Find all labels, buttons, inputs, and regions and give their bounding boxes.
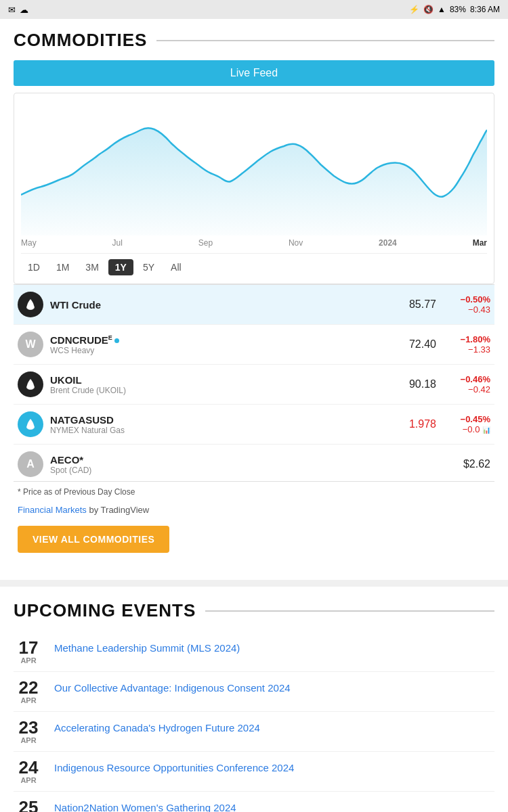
wti-icon — [18, 292, 43, 317]
event-date-4: 24 APR — [14, 759, 43, 784]
natgas-change: −0.45% −0.0 📊 — [443, 414, 490, 434]
wti-info: WTI Crude — [50, 299, 389, 311]
bluetooth-icon: ⚡ — [409, 5, 419, 14]
natgas-change-pct: −0.45% — [443, 414, 490, 424]
event-date-1: 17 APR — [14, 639, 43, 664]
event-row-4[interactable]: 24 APR Indigenous Resource Opportunities… — [14, 752, 494, 792]
event-title-2[interactable]: Our Collective Advantage: Indigenous Con… — [54, 679, 291, 695]
commodity-row-wti[interactable]: WTI Crude 85.77 −0.50% −0.43 — [14, 285, 494, 325]
natgas-name: NATGASUSD — [50, 414, 389, 426]
battery-level: 83% — [450, 5, 466, 14]
event-month-3: APR — [14, 736, 43, 744]
commodity-row-cdncrude[interactable]: W CDNCRUDEE WCS Heavy 72.40 −1.80% −1.33 — [14, 325, 494, 365]
commodity-list: WTI Crude 85.77 −0.50% −0.43 W CDNCRUDEE… — [14, 284, 494, 482]
time-display: 8:36 AM — [470, 5, 500, 14]
events-list: 17 APR Methane Leadership Summit (MLS 20… — [14, 632, 494, 812]
event-day-4: 24 — [14, 759, 43, 776]
events-header-divider — [205, 610, 494, 612]
live-feed-button[interactable]: Live Feed — [14, 60, 494, 86]
wti-change-pct: −0.50% — [443, 294, 490, 304]
chart-label-mar: Mar — [473, 238, 487, 248]
time-btn-5y[interactable]: 5Y — [136, 259, 161, 275]
cdncrude-price: 72.40 — [389, 338, 436, 351]
time-btn-all[interactable]: All — [164, 259, 188, 275]
header-divider — [156, 40, 494, 41]
commodities-title: COMMODITIES — [14, 30, 147, 51]
natgas-change-abs: −0.0 📊 — [443, 424, 490, 434]
cdncrude-icon: W — [18, 332, 43, 357]
commodities-section: COMMODITIES Live Feed May Jul — [0, 19, 508, 580]
event-date-5: 25 APR — [14, 798, 43, 812]
ukoil-info: UKOIL Brent Crude (UKOIL) — [50, 374, 389, 395]
view-all-commodities-button[interactable]: VIEW ALL COMMODITIES — [18, 526, 169, 553]
event-row-1[interactable]: 17 APR Methane Leadership Summit (MLS 20… — [14, 632, 494, 672]
chart-label-jul: Jul — [112, 238, 123, 248]
ukoil-name: UKOIL — [50, 374, 389, 386]
event-row-3[interactable]: 23 APR Accelerating Canada's Hydrogen Fu… — [14, 712, 494, 752]
aeco-sub: Spot (CAD) — [50, 466, 463, 475]
chart-label-may: May — [21, 238, 37, 248]
event-row-2[interactable]: 22 APR Our Collective Advantage: Indigen… — [14, 672, 494, 712]
time-btn-3m[interactable]: 3M — [79, 259, 105, 275]
ukoil-icon — [18, 371, 43, 397]
wti-change-abs: −0.43 — [443, 304, 490, 315]
event-title-5[interactable]: Nation2Nation Women's Gathering 2024 — [54, 798, 236, 812]
tv-watermark: 📊 — [482, 426, 490, 434]
time-btn-1d[interactable]: 1D — [21, 259, 47, 275]
time-range-selector: 1D 1M 3M 1Y 5Y All — [21, 253, 487, 284]
cdncrude-change-abs: −1.33 — [443, 344, 490, 355]
financial-markets-link[interactable]: Financial Markets — [18, 505, 87, 515]
wti-change: −0.50% −0.43 — [443, 294, 490, 315]
cdncrude-info: CDNCRUDEE WCS Heavy — [50, 334, 389, 355]
price-chart-container: May Jul Sep Nov 2024 Mar 1D 1M 3M 1Y 5Y … — [14, 93, 494, 284]
natgas-sub: NYMEX Natural Gas — [50, 426, 389, 435]
upcoming-events-header: UPCOMING EVENTS — [14, 600, 494, 621]
event-row-5[interactable]: 25 APR Nation2Nation Women's Gathering 2… — [14, 792, 494, 812]
cdncrude-sub: WCS Heavy — [50, 346, 389, 355]
wti-price: 85.77 — [389, 298, 436, 311]
mail-icon: ✉ — [8, 5, 16, 15]
chart-x-labels: May Jul Sep Nov 2024 Mar — [21, 235, 487, 253]
event-month-1: APR — [14, 656, 43, 664]
commodity-row-natgas[interactable]: NATGASUSD NYMEX Natural Gas 1.978 −0.45%… — [14, 405, 494, 445]
upcoming-events-title: UPCOMING EVENTS — [14, 600, 196, 621]
aeco-price: $2.62 — [463, 458, 490, 470]
aeco-info: AECO* Spot (CAD) — [50, 454, 463, 475]
ukoil-price: 90.18 — [389, 378, 436, 390]
natgas-info: NATGASUSD NYMEX Natural Gas — [50, 414, 389, 435]
aeco-name: AECO* — [50, 454, 463, 466]
event-day-5: 25 — [14, 798, 43, 812]
ukoil-change-abs: −0.42 — [443, 384, 490, 394]
status-right-info: ⚡ 🔇 ▲ 83% 8:36 AM — [409, 5, 500, 14]
event-day-2: 22 — [14, 679, 43, 696]
time-btn-1m[interactable]: 1M — [49, 259, 76, 275]
status-bar: ✉ ☁ ⚡ 🔇 ▲ 83% 8:36 AM — [0, 0, 508, 19]
attribution-by: by TradingView — [89, 505, 150, 515]
price-footnote: * Price as of Previous Day Close — [14, 482, 494, 499]
event-title-3[interactable]: Accelerating Canada's Hydrogen Future 20… — [54, 719, 260, 735]
event-date-3: 23 APR — [14, 719, 43, 744]
wifi-icon: ▲ — [438, 5, 446, 14]
attribution: Financial Markets by TradingView — [14, 499, 494, 520]
natgas-icon — [18, 411, 43, 437]
ukoil-change: −0.46% −0.42 — [443, 374, 490, 394]
cdncrude-name: CDNCRUDEE — [50, 334, 389, 346]
time-btn-1y[interactable]: 1Y — [108, 259, 133, 275]
cdncrude-change-pct: −1.80% — [443, 334, 490, 344]
commodity-row-aeco[interactable]: A AECO* Spot (CAD) $2.62 — [14, 445, 494, 482]
event-day-1: 17 — [14, 639, 43, 656]
commodity-row-ukoil[interactable]: UKOIL Brent Crude (UKOIL) 90.18 −0.46% −… — [14, 365, 494, 405]
ukoil-change-pct: −0.46% — [443, 374, 490, 384]
natgas-price: 1.978 — [389, 418, 436, 430]
ukoil-sub: Brent Crude (UKOIL) — [50, 386, 389, 395]
mute-icon: 🔇 — [423, 5, 433, 14]
status-left-icons: ✉ ☁ — [8, 5, 28, 15]
cdncrude-dot — [114, 338, 119, 343]
chart-svg — [21, 100, 487, 235]
chart-label-2024: 2024 — [379, 238, 397, 248]
event-title-4[interactable]: Indigenous Resource Opportunities Confer… — [54, 759, 294, 775]
event-month-2: APR — [14, 696, 43, 704]
price-chart — [21, 100, 487, 235]
event-title-1[interactable]: Methane Leadership Summit (MLS 2024) — [54, 639, 240, 655]
chart-label-sep: Sep — [198, 238, 213, 248]
